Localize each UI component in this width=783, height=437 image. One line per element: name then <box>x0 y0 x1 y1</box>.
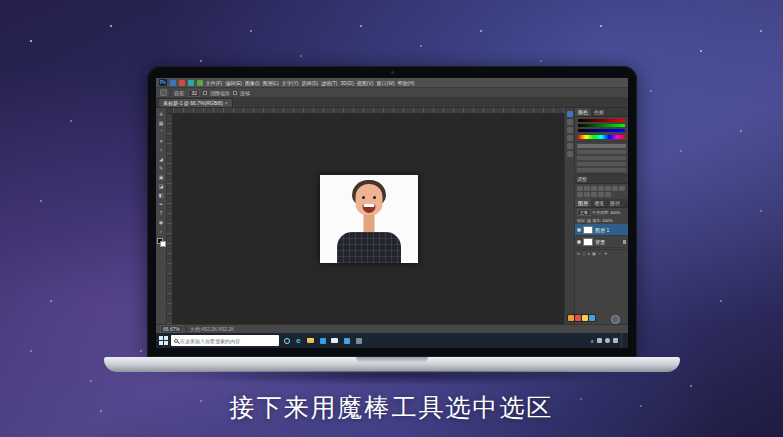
notification-icon[interactable] <box>613 338 618 343</box>
store-icon[interactable] <box>318 336 327 346</box>
tolerance-input[interactable]: 32 <box>188 89 200 97</box>
zoom-tool-icon[interactable]: ⌕ <box>157 227 166 235</box>
menu-type[interactable]: 文字(Y) <box>282 80 299 86</box>
canvas[interactable] <box>167 108 564 324</box>
pen-tool-icon[interactable]: ✒ <box>157 200 166 208</box>
tab-channels[interactable]: 通道 <box>591 199 607 207</box>
foreground-background-swatches[interactable] <box>157 238 166 247</box>
tool-preset-icon[interactable] <box>160 89 167 96</box>
adjustment-icon[interactable] <box>584 192 590 197</box>
menu-3d[interactable]: 3D(D) <box>341 80 354 86</box>
history-row[interactable] <box>577 150 626 154</box>
move-tool-icon[interactable]: ✛ <box>157 110 166 118</box>
eyedropper-tool-icon[interactable]: ◢ <box>157 155 166 163</box>
file-explorer-icon[interactable] <box>306 336 315 346</box>
anti-alias-checkbox[interactable] <box>203 91 207 95</box>
opacity-value[interactable]: 100% <box>610 210 620 215</box>
network-icon[interactable] <box>597 338 602 343</box>
stamp-tool-icon[interactable]: ▣ <box>157 173 166 181</box>
history-row[interactable] <box>577 156 626 160</box>
menu-edit[interactable]: 编辑(E) <box>225 80 242 86</box>
adjustment-icon[interactable] <box>591 186 597 191</box>
capture-toolbar-icon[interactable] <box>589 315 595 321</box>
adjustment-layer-icon[interactable]: ● <box>587 251 589 256</box>
capture-toolbar-icon[interactable] <box>568 315 574 321</box>
history-row[interactable] <box>577 162 626 166</box>
tab-layers[interactable]: 图层 <box>575 199 591 207</box>
adjustment-icon[interactable] <box>584 186 590 191</box>
visibility-eye-icon[interactable] <box>577 228 581 232</box>
dock-panel-icon[interactable] <box>567 143 573 149</box>
taskbar-search[interactable] <box>171 335 279 346</box>
layer-row[interactable]: 背景 <box>575 236 628 248</box>
history-row[interactable] <box>577 144 626 148</box>
crop-tool-icon[interactable]: ⌗ <box>157 146 166 154</box>
eraser-tool-icon[interactable]: ◪ <box>157 182 166 190</box>
close-tab-icon[interactable]: × <box>225 100 228 106</box>
app-bar-icon[interactable] <box>188 80 194 86</box>
type-tool-icon[interactable]: T <box>157 209 166 217</box>
dock-panel-icon[interactable] <box>567 151 573 157</box>
adjustment-icon[interactable] <box>598 192 604 197</box>
mail-icon[interactable] <box>330 336 339 346</box>
search-input[interactable] <box>180 338 276 344</box>
dock-panel-icon[interactable] <box>567 135 573 141</box>
lasso-tool-icon[interactable]: ⌒ <box>157 128 166 136</box>
layer-mask-icon[interactable]: ◻ <box>582 251 585 256</box>
adjustment-icon[interactable] <box>605 192 611 197</box>
layer-fx-icon[interactable]: fx <box>577 251 580 256</box>
gradient-tool-icon[interactable]: ◧ <box>157 191 166 199</box>
green-slider[interactable] <box>578 124 625 127</box>
layer-row[interactable]: 图层 1 <box>575 224 628 236</box>
dock-panel-icon[interactable] <box>567 127 573 133</box>
magic-wand-tool-icon[interactable]: ✶ <box>157 137 166 145</box>
capture-toolbar-icon[interactable] <box>575 315 581 321</box>
menu-help[interactable]: 帮助(H) <box>398 80 415 86</box>
hand-tool-icon[interactable]: ◉ <box>157 218 166 226</box>
history-row[interactable] <box>577 168 626 172</box>
app-bar-icon[interactable] <box>197 80 203 86</box>
brush-tool-icon[interactable]: ✎ <box>157 164 166 172</box>
menu-select[interactable]: 选择(S) <box>301 80 318 86</box>
app-icon[interactable] <box>354 336 363 346</box>
red-slider[interactable] <box>578 119 625 122</box>
recorder-badge-icon[interactable] <box>611 315 620 324</box>
tab-color[interactable]: 颜色 <box>575 108 591 116</box>
visibility-eye-icon[interactable] <box>577 240 581 244</box>
tray-expand-icon[interactable]: ∧ <box>590 338 594 344</box>
adjustment-icon[interactable] <box>605 186 611 191</box>
adjustment-icon[interactable] <box>619 186 625 191</box>
menu-image[interactable]: 图像(I) <box>245 80 260 86</box>
lock-icon[interactable] <box>587 219 591 223</box>
dock-panel-icon[interactable] <box>567 111 573 117</box>
photos-app-icon[interactable] <box>342 336 351 346</box>
dock-panel-icon[interactable] <box>567 119 573 125</box>
menu-window[interactable]: 窗口(W) <box>377 80 395 86</box>
adjustment-icon[interactable] <box>577 192 583 197</box>
blend-mode-select[interactable]: 正常 <box>577 209 591 216</box>
menu-filter[interactable]: 滤镜(T) <box>321 80 337 86</box>
cortana-icon[interactable] <box>282 336 291 346</box>
start-button[interactable] <box>159 336 168 345</box>
capture-toolbar-icon[interactable] <box>582 315 588 321</box>
background-color-swatch[interactable] <box>160 241 166 247</box>
adjustment-icon[interactable] <box>612 186 618 191</box>
menu-file[interactable]: 文件(F) <box>206 80 222 86</box>
layer-group-icon[interactable]: ▣ <box>592 251 596 256</box>
app-bar-icon[interactable] <box>179 80 185 86</box>
menu-view[interactable]: 视图(V) <box>357 80 374 86</box>
zoom-level-field[interactable]: 66.67% <box>160 325 183 333</box>
marquee-tool-icon[interactable]: ▦ <box>157 119 166 127</box>
new-layer-icon[interactable]: ＋ <box>598 251 602 256</box>
contiguous-checkbox[interactable] <box>233 91 237 95</box>
volume-icon[interactable] <box>605 338 610 343</box>
adjustment-icon[interactable] <box>577 186 583 191</box>
tab-swatches[interactable]: 色板 <box>591 108 607 116</box>
adjustment-icon[interactable] <box>598 186 604 191</box>
app-bar-icon[interactable] <box>170 80 176 86</box>
edge-browser-icon[interactable]: e <box>294 336 303 346</box>
adjustment-icon[interactable] <box>591 192 597 197</box>
show-desktop-button[interactable] <box>621 333 623 348</box>
color-spectrum[interactable] <box>578 135 625 139</box>
document-image[interactable] <box>320 175 418 263</box>
